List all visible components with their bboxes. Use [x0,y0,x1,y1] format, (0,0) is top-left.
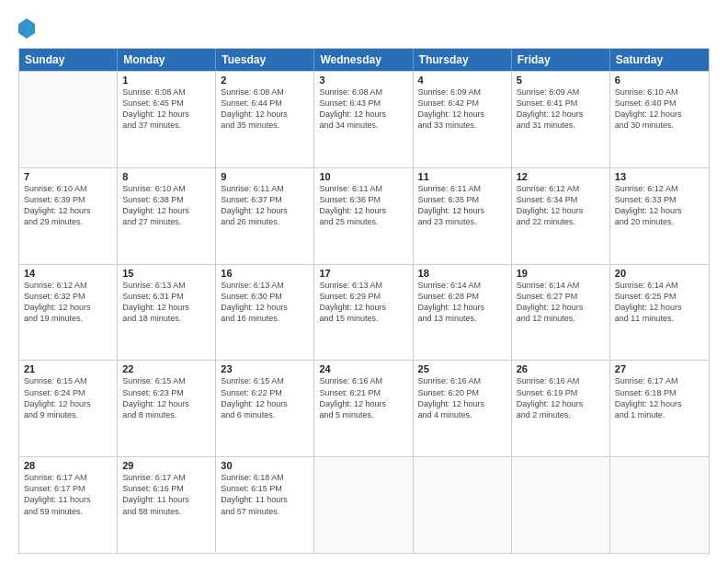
calendar-week-row: 1Sunrise: 6:08 AM Sunset: 6:45 PM Daylig… [19,71,709,167]
cal-header-day: Monday [118,49,216,71]
day-number: 6 [615,75,704,86]
calendar-header: SundayMondayTuesdayWednesdayThursdayFrid… [19,49,709,71]
day-info: Sunrise: 6:08 AM Sunset: 6:45 PM Dayligh… [122,86,210,132]
day-number: 23 [221,363,309,374]
calendar-cell: 21Sunrise: 6:15 AM Sunset: 6:24 PM Dayli… [19,361,118,456]
calendar-cell: 20Sunrise: 6:14 AM Sunset: 6:25 PM Dayli… [610,265,709,361]
calendar-cell: 16Sunrise: 6:13 AM Sunset: 6:30 PM Dayli… [216,265,314,361]
calendar-cell: 17Sunrise: 6:13 AM Sunset: 6:29 PM Dayli… [314,265,413,361]
day-info: Sunrise: 6:11 AM Sunset: 6:37 PM Dayligh… [221,183,309,228]
day-number: 21 [24,363,112,374]
cal-header-day: Saturday [610,49,709,71]
cal-header-day: Thursday [414,49,512,71]
calendar-cell: 30Sunrise: 6:18 AM Sunset: 6:15 PM Dayli… [216,457,314,553]
header [18,17,710,39]
day-info: Sunrise: 6:17 AM Sunset: 6:17 PM Dayligh… [24,472,112,517]
day-info: Sunrise: 6:11 AM Sunset: 6:35 PM Dayligh… [418,183,506,228]
calendar-week-row: 21Sunrise: 6:15 AM Sunset: 6:24 PM Dayli… [19,360,709,456]
day-number: 16 [221,268,309,279]
day-info: Sunrise: 6:15 AM Sunset: 6:22 PM Dayligh… [221,375,309,420]
day-number: 5 [517,75,605,86]
calendar-cell: 14Sunrise: 6:12 AM Sunset: 6:32 PM Dayli… [19,265,118,361]
day-info: Sunrise: 6:13 AM Sunset: 6:29 PM Dayligh… [319,280,407,325]
calendar-cell: 24Sunrise: 6:16 AM Sunset: 6:21 PM Dayli… [314,361,413,456]
day-number: 30 [221,460,309,471]
day-number: 28 [24,460,112,471]
day-info: Sunrise: 6:09 AM Sunset: 6:41 PM Dayligh… [517,86,605,132]
day-info: Sunrise: 6:18 AM Sunset: 6:15 PM Dayligh… [221,472,309,517]
calendar-cell: 2Sunrise: 6:08 AM Sunset: 6:44 PM Daylig… [216,72,314,167]
calendar-cell: 27Sunrise: 6:17 AM Sunset: 6:18 PM Dayli… [610,361,709,456]
day-number: 1 [122,75,210,86]
cal-header-day: Tuesday [216,49,314,71]
day-number: 4 [418,75,506,86]
calendar-week-row: 14Sunrise: 6:12 AM Sunset: 6:32 PM Dayli… [19,264,709,361]
calendar-cell: 13Sunrise: 6:12 AM Sunset: 6:33 PM Dayli… [610,168,709,264]
logo-icon [18,18,35,39]
calendar-cell: 25Sunrise: 6:16 AM Sunset: 6:20 PM Dayli… [414,361,512,456]
calendar-cell: 4Sunrise: 6:09 AM Sunset: 6:42 PM Daylig… [414,72,512,167]
day-number: 13 [615,171,704,182]
day-number: 26 [517,363,605,374]
calendar-cell: 10Sunrise: 6:11 AM Sunset: 6:36 PM Dayli… [314,168,413,264]
calendar-cell: 15Sunrise: 6:13 AM Sunset: 6:31 PM Dayli… [118,265,216,361]
calendar-week-row: 28Sunrise: 6:17 AM Sunset: 6:17 PM Dayli… [19,456,709,553]
calendar-cell [414,457,512,553]
day-info: Sunrise: 6:17 AM Sunset: 6:16 PM Dayligh… [122,472,210,517]
calendar-cell: 22Sunrise: 6:15 AM Sunset: 6:23 PM Dayli… [118,361,216,456]
day-number: 2 [221,75,309,86]
day-info: Sunrise: 6:16 AM Sunset: 6:20 PM Dayligh… [418,375,506,420]
calendar-cell: 28Sunrise: 6:17 AM Sunset: 6:17 PM Dayli… [19,457,118,553]
day-number: 17 [319,268,407,279]
day-info: Sunrise: 6:14 AM Sunset: 6:28 PM Dayligh… [418,280,506,325]
day-number: 29 [122,460,210,471]
day-number: 7 [24,171,112,182]
day-number: 8 [122,171,210,182]
day-number: 9 [221,171,309,182]
day-number: 10 [319,171,407,182]
day-info: Sunrise: 6:16 AM Sunset: 6:21 PM Dayligh… [319,375,407,420]
calendar-cell: 18Sunrise: 6:14 AM Sunset: 6:28 PM Dayli… [414,265,512,361]
calendar-cell [19,72,118,167]
calendar-cell: 11Sunrise: 6:11 AM Sunset: 6:35 PM Dayli… [414,168,512,264]
day-info: Sunrise: 6:12 AM Sunset: 6:34 PM Dayligh… [517,183,605,228]
day-number: 18 [418,268,506,279]
day-number: 27 [615,363,704,374]
calendar-week-row: 7Sunrise: 6:10 AM Sunset: 6:39 PM Daylig… [19,167,709,264]
day-number: 14 [24,268,112,279]
calendar-cell: 5Sunrise: 6:09 AM Sunset: 6:41 PM Daylig… [512,72,610,167]
day-number: 22 [122,363,210,374]
calendar-cell: 26Sunrise: 6:16 AM Sunset: 6:19 PM Dayli… [512,361,610,456]
day-number: 12 [517,171,605,182]
calendar-body: 1Sunrise: 6:08 AM Sunset: 6:45 PM Daylig… [19,71,709,553]
day-info: Sunrise: 6:15 AM Sunset: 6:24 PM Dayligh… [24,375,112,420]
day-number: 25 [418,363,506,374]
day-info: Sunrise: 6:10 AM Sunset: 6:39 PM Dayligh… [24,183,112,228]
cal-header-day: Sunday [19,49,118,71]
calendar-cell: 9Sunrise: 6:11 AM Sunset: 6:37 PM Daylig… [216,168,314,264]
day-info: Sunrise: 6:13 AM Sunset: 6:30 PM Dayligh… [221,280,309,325]
calendar-cell: 6Sunrise: 6:10 AM Sunset: 6:40 PM Daylig… [610,72,709,167]
calendar: SundayMondayTuesdayWednesdayThursdayFrid… [18,48,710,554]
day-info: Sunrise: 6:12 AM Sunset: 6:32 PM Dayligh… [24,280,112,325]
calendar-cell: 1Sunrise: 6:08 AM Sunset: 6:45 PM Daylig… [118,72,216,167]
day-info: Sunrise: 6:15 AM Sunset: 6:23 PM Dayligh… [122,375,210,420]
day-number: 24 [319,363,407,374]
day-number: 3 [319,75,407,86]
calendar-cell: 7Sunrise: 6:10 AM Sunset: 6:39 PM Daylig… [19,168,118,264]
day-number: 19 [517,268,605,279]
day-info: Sunrise: 6:10 AM Sunset: 6:38 PM Dayligh… [122,183,210,228]
page: SundayMondayTuesdayWednesdayThursdayFrid… [0,0,728,563]
day-info: Sunrise: 6:14 AM Sunset: 6:25 PM Dayligh… [615,280,704,325]
day-info: Sunrise: 6:08 AM Sunset: 6:44 PM Dayligh… [221,86,309,132]
calendar-cell: 19Sunrise: 6:14 AM Sunset: 6:27 PM Dayli… [512,265,610,361]
cal-header-day: Wednesday [314,49,413,71]
day-info: Sunrise: 6:17 AM Sunset: 6:18 PM Dayligh… [615,375,704,420]
calendar-cell [512,457,610,553]
cal-header-day: Friday [512,49,610,71]
day-number: 20 [615,268,704,279]
calendar-cell: 29Sunrise: 6:17 AM Sunset: 6:16 PM Dayli… [118,457,216,553]
calendar-cell: 8Sunrise: 6:10 AM Sunset: 6:38 PM Daylig… [118,168,216,264]
logo [18,17,37,39]
day-info: Sunrise: 6:12 AM Sunset: 6:33 PM Dayligh… [615,183,704,228]
